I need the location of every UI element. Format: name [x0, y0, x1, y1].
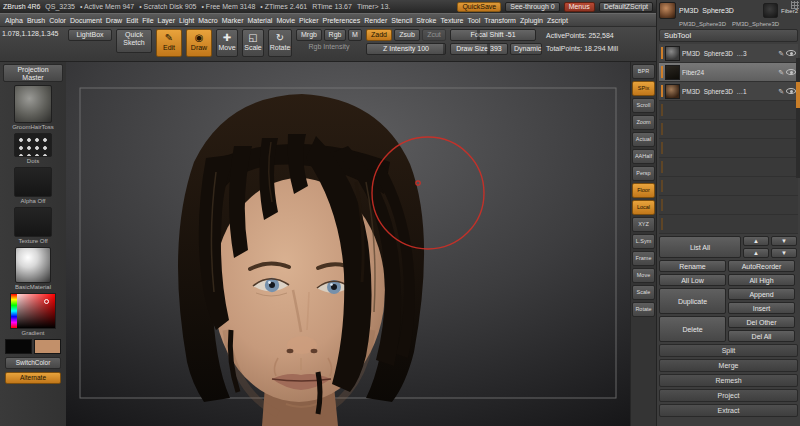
viewport[interactable] [66, 62, 630, 426]
subtool-header[interactable]: SubTool [659, 29, 798, 42]
menu-transform[interactable]: Transform [484, 17, 516, 24]
texture-thumbnail[interactable] [14, 207, 52, 237]
quick-sketch-button[interactable]: Quick Sketch [116, 29, 152, 53]
stroke-thumbnail[interactable] [14, 133, 52, 157]
menu-zscript[interactable]: Zscript [547, 17, 568, 24]
section-merge[interactable]: Merge [659, 359, 798, 372]
see-through-slider[interactable]: See-through 0 [505, 2, 559, 12]
hue-strip[interactable] [11, 294, 17, 328]
shelf-btn-lsym[interactable]: L.Sym [632, 234, 655, 249]
menu-picker[interactable]: Picker [299, 17, 318, 24]
lightbox-button[interactable]: LightBox [68, 29, 112, 41]
subtool-row[interactable]: PM3D_Sphere3D_…3 ✎ [659, 44, 798, 63]
current-tool-name[interactable]: PM3D_Sphere3D [679, 7, 760, 14]
shelf-btn-zoom[interactable]: Zoom [632, 115, 655, 130]
sculpt-head[interactable] [178, 94, 424, 426]
menu-alpha[interactable]: Alpha [5, 17, 23, 24]
shelf-btn-frame[interactable]: Frame [632, 251, 655, 266]
shelf-btn-spix[interactable]: SPix [632, 81, 655, 96]
move-button[interactable]: ✚ Move [216, 29, 238, 57]
all-high-button[interactable]: All High [728, 274, 795, 286]
delete-button[interactable]: Delete [659, 316, 726, 342]
draw-button[interactable]: ◉ Draw [186, 29, 212, 57]
section-remesh[interactable]: Remesh [659, 374, 798, 387]
color-picker[interactable] [10, 293, 56, 329]
menu-layer[interactable]: Layer [158, 17, 176, 24]
rename-button[interactable]: Rename [659, 260, 726, 272]
document-canvas[interactable] [66, 62, 630, 426]
mrgb-button[interactable]: Mrgb [296, 29, 322, 41]
rotate-button[interactable]: ↻ Rotate [268, 29, 292, 57]
shelf-btn-rotate[interactable]: Rotate [632, 302, 655, 317]
rgb-button[interactable]: Rgb [324, 29, 346, 41]
menu-draw[interactable]: Draw [106, 17, 122, 24]
menu-stencil[interactable]: Stencil [391, 17, 412, 24]
zsub-button[interactable]: Zsub [394, 29, 420, 41]
fiber-tool-thumbnail[interactable] [763, 3, 778, 18]
menu-texture[interactable]: Texture [440, 17, 463, 24]
menu-render[interactable]: Render [364, 17, 387, 24]
projection-master-button[interactable]: Projection Master [3, 64, 63, 82]
z-intensity-slider[interactable]: Z Intensity 100 [366, 43, 446, 55]
alpha-thumbnail[interactable] [14, 167, 52, 197]
polypaint-icon[interactable]: ✎ [778, 88, 784, 95]
menu-brush[interactable]: Brush [27, 17, 45, 24]
gradient-label[interactable]: Gradient [21, 330, 44, 336]
subtool-row-selected[interactable]: Fiber24 ✎ [659, 63, 798, 82]
visibility-eye-icon[interactable] [786, 69, 796, 75]
visibility-eye-icon[interactable] [786, 50, 796, 56]
subtool-empty-slot[interactable] [659, 158, 798, 177]
shelf-btn-bpr[interactable]: BPR [632, 64, 655, 79]
visibility-eye-icon[interactable] [786, 88, 796, 94]
secondary-color-swatch[interactable] [34, 339, 61, 354]
rgb-intensity-slider[interactable]: Rgb Intensity [296, 43, 362, 50]
del-other-button[interactable]: Del Other [728, 316, 795, 328]
shelf-btn-scroll[interactable]: Scroll [632, 98, 655, 113]
subtool-arrow-1[interactable]: ▼ [771, 236, 797, 246]
shelf-btn-scale[interactable]: Scale [632, 285, 655, 300]
scale-button[interactable]: ◱ Scale [242, 29, 264, 57]
switch-color-button[interactable]: SwitchColor [5, 357, 61, 369]
shelf-btn-xyz[interactable]: XYZ [632, 217, 655, 232]
shelf-btn-aahalf[interactable]: AAHalf [632, 149, 655, 164]
menu-light[interactable]: Light [179, 17, 194, 24]
shelf-btn-floor[interactable]: Floor [632, 183, 655, 198]
edit-button[interactable]: ✎ Edit [156, 29, 182, 57]
append-button[interactable]: Append [728, 288, 795, 300]
all-low-button[interactable]: All Low [659, 274, 726, 286]
panel-scrollbar[interactable] [796, 58, 800, 178]
autoreorder-button[interactable]: AutoReorder [728, 260, 795, 272]
subtool-empty-slot[interactable] [659, 120, 798, 139]
menu-document[interactable]: Document [70, 17, 102, 24]
duplicate-button[interactable]: Duplicate [659, 288, 726, 314]
section-split[interactable]: Split [659, 344, 798, 357]
subtool-empty-slot[interactable] [659, 196, 798, 215]
menu-material[interactable]: Material [247, 17, 272, 24]
polypaint-icon[interactable]: ✎ [778, 50, 784, 57]
m-button[interactable]: M [348, 29, 362, 41]
menu-zplugin[interactable]: Zplugin [520, 17, 543, 24]
shelf-btn-local[interactable]: Local [632, 200, 655, 215]
zadd-button[interactable]: Zadd [366, 29, 392, 41]
insert-button[interactable]: Insert [728, 302, 795, 314]
menu-file[interactable]: File [142, 17, 153, 24]
brush-thumbnail[interactable] [14, 85, 52, 123]
menu-stroke[interactable]: Stroke [416, 17, 436, 24]
menu-edit[interactable]: Edit [126, 17, 138, 24]
recent-tool[interactable]: PM3D_Sphere3D [679, 21, 726, 27]
menu-preferences[interactable]: Preferences [323, 17, 361, 24]
shelf-btn-move[interactable]: Move [632, 268, 655, 283]
subtool-arrow-2[interactable]: ▲ [743, 248, 769, 258]
subtool-arrow-3[interactable]: ▼ [771, 248, 797, 258]
list-all-button[interactable]: List All [659, 236, 741, 258]
section-project[interactable]: Project [659, 389, 798, 402]
subtool-empty-slot[interactable] [659, 177, 798, 196]
draw-size-slider[interactable]: Draw Size 393 [450, 43, 508, 55]
polypaint-icon[interactable]: ✎ [778, 69, 784, 76]
current-tool-thumbnail[interactable] [659, 2, 676, 19]
menu-macro[interactable]: Macro [198, 17, 217, 24]
shelf-btn-persp[interactable]: Persp [632, 166, 655, 181]
subtool-empty-slot[interactable] [659, 139, 798, 158]
material-thumbnail[interactable] [15, 247, 51, 283]
subtool-row[interactable]: PM3D_Sphere3D_…1 ✎ [659, 82, 798, 101]
